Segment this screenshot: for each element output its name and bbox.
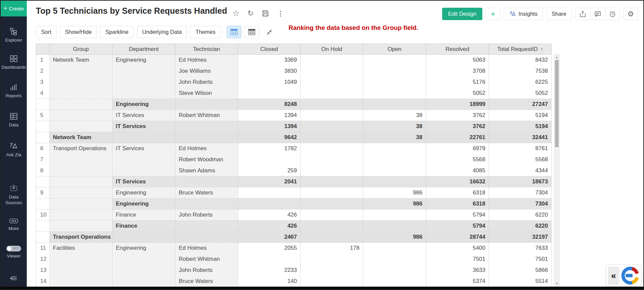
on-hold-cell[interactable] xyxy=(301,198,363,210)
technician-cell[interactable]: Bruce Waters xyxy=(175,276,238,287)
closed-cell[interactable] xyxy=(238,88,301,99)
department-cell[interactable] xyxy=(112,165,175,176)
department-cell[interactable]: Engineering xyxy=(112,187,175,198)
open-cell[interactable] xyxy=(363,154,426,165)
open-cell[interactable]: 38 xyxy=(363,132,426,143)
resolved-cell[interactable]: 18999 xyxy=(426,99,489,110)
table-view-button[interactable] xyxy=(227,26,241,38)
technician-cell[interactable] xyxy=(175,232,238,243)
closed-cell[interactable]: 8248 xyxy=(238,99,301,110)
closed-cell[interactable]: 2055 xyxy=(238,243,301,254)
comments-button[interactable] xyxy=(590,8,605,20)
technician-cell[interactable] xyxy=(175,221,238,232)
technician-cell[interactable] xyxy=(175,121,238,132)
on-hold-cell[interactable] xyxy=(301,221,363,232)
department-cell[interactable] xyxy=(112,132,175,143)
technician-cell[interactable]: Bruce Waters xyxy=(175,187,238,198)
resolved-cell[interactable]: 5794 xyxy=(426,221,489,232)
resolved-cell[interactable]: 3708 xyxy=(426,66,489,77)
closed-cell[interactable]: 2233 xyxy=(238,265,301,276)
open-cell[interactable] xyxy=(363,55,426,66)
open-cell[interactable] xyxy=(363,265,426,276)
on-hold-cell[interactable] xyxy=(301,187,363,198)
technician-cell[interactable]: John Roberts xyxy=(175,77,238,88)
settings-button[interactable]: ⚙ xyxy=(623,8,638,20)
group-cell[interactable] xyxy=(50,221,112,232)
resolved-cell[interactable]: 5063 xyxy=(426,55,489,66)
resolved-cell[interactable]: 6318 xyxy=(426,187,489,198)
sidebar-item-ask-zia[interactable]: Ask Zia xyxy=(1,142,27,158)
column-header-total-requestid[interactable]: Total RequestID↑ xyxy=(489,44,552,55)
open-cell[interactable] xyxy=(363,221,426,232)
open-cell[interactable] xyxy=(363,165,426,176)
total-cell[interactable]: 8432 xyxy=(489,55,552,66)
group-cell[interactable]: Facilities xyxy=(50,243,112,254)
open-cell[interactable]: 986 xyxy=(363,232,426,243)
resolved-cell[interactable]: 3762 xyxy=(426,110,489,121)
technician-cell[interactable]: Robert Whitman xyxy=(175,254,238,265)
technician-cell[interactable] xyxy=(175,198,238,210)
total-cell[interactable]: 5194 xyxy=(489,121,552,132)
department-cell[interactable] xyxy=(112,265,175,276)
open-cell[interactable]: 986 xyxy=(363,187,426,198)
themes-button[interactable]: Themes xyxy=(190,26,221,38)
on-hold-cell[interactable] xyxy=(301,132,363,143)
total-cell[interactable]: 5052 xyxy=(489,88,552,99)
open-cell[interactable] xyxy=(363,254,426,265)
column-header-resolved[interactable]: Resolved xyxy=(426,44,489,55)
open-cell[interactable] xyxy=(363,276,426,287)
sidebar-item-data[interactable]: Data xyxy=(1,112,27,128)
on-hold-cell[interactable] xyxy=(301,265,363,276)
total-cell[interactable]: 8761 xyxy=(489,143,552,154)
save-icon[interactable] xyxy=(262,10,269,17)
kebab-menu-icon[interactable]: ⋮ xyxy=(277,9,284,17)
on-hold-cell[interactable] xyxy=(301,55,363,66)
department-cell[interactable] xyxy=(112,154,175,165)
refresh-icon[interactable]: ↻ xyxy=(248,9,254,18)
department-cell[interactable]: Finance xyxy=(112,210,175,221)
resolved-cell[interactable]: 5568 xyxy=(426,154,489,165)
viewer-toggle[interactable]: OFF xyxy=(6,246,21,251)
total-cell[interactable]: 7633 xyxy=(489,243,552,254)
resolved-cell[interactable]: 6318 xyxy=(426,198,489,210)
total-cell[interactable]: 7304 xyxy=(489,187,552,198)
scrollbar-thumb[interactable] xyxy=(555,60,559,147)
on-hold-cell[interactable] xyxy=(301,232,363,243)
on-hold-cell[interactable] xyxy=(301,176,363,187)
group-cell[interactable] xyxy=(50,121,112,132)
group-cell[interactable] xyxy=(50,265,112,276)
column-header-group[interactable]: Group xyxy=(50,44,112,55)
on-hold-cell[interactable]: 178 xyxy=(301,243,363,254)
on-hold-cell[interactable] xyxy=(301,99,363,110)
technician-cell[interactable]: Ed Holmes xyxy=(175,243,238,254)
department-cell[interactable]: Engineering xyxy=(112,198,175,210)
underlying-data-button[interactable]: Underlying Data xyxy=(137,26,187,38)
column-header-technician[interactable]: Technician xyxy=(175,44,238,55)
on-hold-cell[interactable] xyxy=(301,254,363,265)
resolved-cell[interactable]: 6979 xyxy=(426,143,489,154)
on-hold-cell[interactable] xyxy=(301,165,363,176)
technician-cell[interactable] xyxy=(175,132,238,143)
total-cell[interactable]: 5514 xyxy=(489,276,552,287)
total-cell[interactable]: 18673 xyxy=(489,176,552,187)
technician-cell[interactable] xyxy=(175,99,238,110)
total-cell[interactable]: 7538 xyxy=(489,66,552,77)
scroll-down-arrow-icon[interactable]: ▼ xyxy=(554,282,559,285)
group-cell[interactable]: Network Team xyxy=(50,132,112,143)
collapse-panel-button[interactable]: « xyxy=(608,267,619,285)
total-cell[interactable]: 32441 xyxy=(489,132,552,143)
total-cell[interactable]: 5866 xyxy=(489,265,552,276)
closed-cell[interactable]: 140 xyxy=(238,276,301,287)
department-cell[interactable]: Engineering xyxy=(112,55,175,66)
column-header-open[interactable]: Open xyxy=(363,44,426,55)
group-cell[interactable] xyxy=(50,110,112,121)
technician-cell[interactable]: Shawn Adams xyxy=(175,165,238,176)
open-cell[interactable]: 38 xyxy=(363,121,426,132)
group-cell[interactable] xyxy=(50,254,112,265)
technician-cell[interactable]: John Roberts xyxy=(175,265,238,276)
department-cell[interactable] xyxy=(112,276,175,287)
total-cell[interactable]: 7304 xyxy=(489,198,552,210)
total-cell[interactable]: 27247 xyxy=(489,99,552,110)
share-button[interactable]: Share xyxy=(546,8,572,20)
total-cell[interactable]: 4344 xyxy=(489,165,552,176)
